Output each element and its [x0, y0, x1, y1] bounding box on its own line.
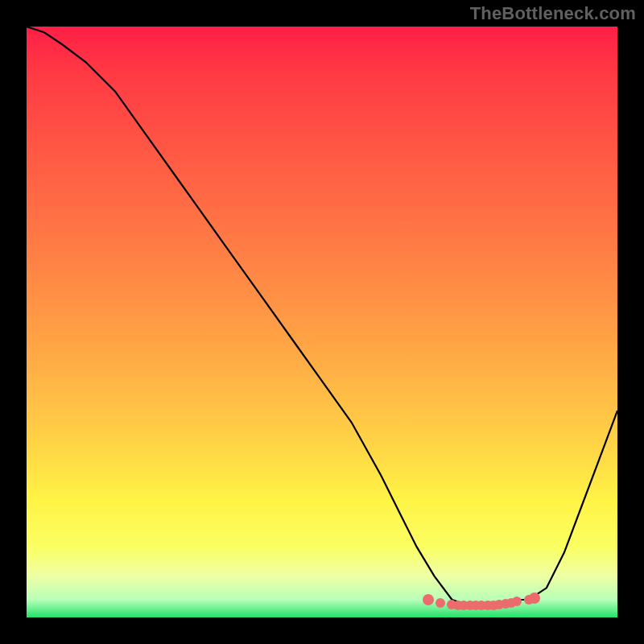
watermark-text: TheBottleneck.com	[470, 3, 636, 24]
plot-area	[27, 27, 617, 617]
bottleneck-curve	[27, 27, 617, 617]
chart-container: TheBottleneck.com	[0, 0, 644, 644]
marker-point	[423, 594, 434, 605]
marker-point	[512, 597, 522, 606]
marker-point	[436, 598, 445, 608]
marker-point	[529, 592, 540, 604]
